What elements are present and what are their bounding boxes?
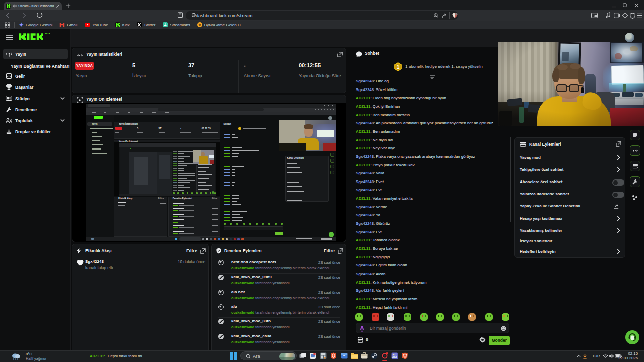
svg-text:1: 1 — [397, 64, 400, 70]
